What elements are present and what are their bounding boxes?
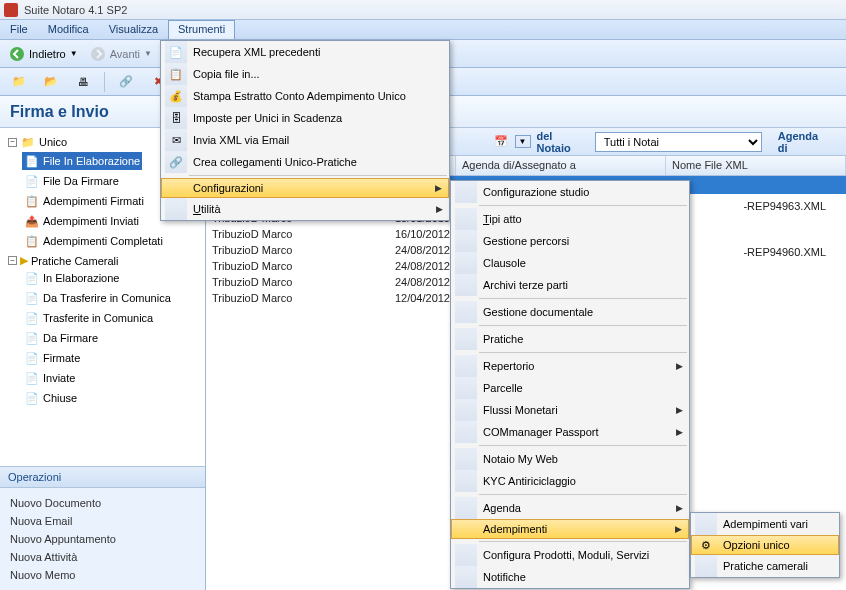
menu-separator — [479, 494, 687, 495]
menu-label: Tipi atto — [483, 213, 522, 225]
menu-item[interactable]: Notifiche — [451, 566, 689, 588]
col-header-xml[interactable]: Nome File XML — [666, 156, 846, 175]
menu-label: Stampa Estratto Conto Adempimento Unico — [193, 90, 406, 102]
tree-node[interactable]: 📄File In Elaborazione — [22, 152, 142, 170]
menu-item[interactable]: 💰Stampa Estratto Conto Adempimento Unico — [161, 85, 449, 107]
folder-icon: 📁 — [20, 134, 36, 150]
menu-item[interactable]: Archivi terze parti — [451, 274, 689, 296]
operation-link[interactable]: Nuova Email — [10, 512, 195, 530]
menu-item[interactable]: Configurazione studio — [451, 181, 689, 203]
back-button[interactable]: Indietro ▼ — [4, 43, 83, 65]
doc-icon: 📄 — [24, 390, 40, 406]
menu-item[interactable]: ✉Invia XML via Email — [161, 129, 449, 151]
tree-node[interactable]: 📄File Da Firmare — [22, 172, 121, 190]
menu-item[interactable]: Notaio My Web — [451, 448, 689, 470]
tree-label: Chiuse — [43, 392, 77, 404]
tree-label: Adempimenti Firmati — [43, 195, 144, 207]
menu-modifica[interactable]: Modifica — [38, 20, 99, 39]
collapse-icon[interactable]: − — [8, 138, 17, 147]
tree-label: Da Trasferire in Comunica — [43, 292, 171, 304]
menu-icon — [455, 181, 477, 203]
tree-node[interactable]: 📋Adempimenti Completati — [22, 232, 165, 250]
operation-link[interactable]: Nuovo Memo — [10, 566, 195, 584]
menu-icon — [455, 544, 477, 566]
operation-link[interactable]: Nuovo Appuntamento — [10, 530, 195, 548]
tree-node[interactable]: 📋Adempimenti Firmati — [22, 192, 146, 210]
menu-item-utilita[interactable]: Utilità ▶ — [161, 198, 449, 220]
menu-item[interactable]: Adempimenti▶ — [451, 519, 689, 539]
notaio-select[interactable]: Tutti i Notai — [595, 132, 762, 152]
folder-icon: 📁 — [11, 74, 27, 90]
menu-separator — [479, 325, 687, 326]
menu-icon — [455, 421, 477, 443]
menu-item[interactable]: KYC Antiriciclaggio — [451, 470, 689, 492]
menu-icon — [455, 208, 477, 230]
tree-node[interactable]: 📄In Elaborazione — [22, 269, 121, 287]
collapse-icon[interactable]: − — [8, 256, 17, 265]
menu-item[interactable]: Tipi atto — [451, 208, 689, 230]
tree-node[interactable]: 📄Trasferite in Comunica — [22, 309, 155, 327]
menubar: File Modifica Visualizza Strumenti — [0, 20, 846, 40]
menu-label: Recupera XML precedenti — [193, 46, 320, 58]
menu-strumenti[interactable]: Strumenti — [168, 20, 235, 39]
tb-open[interactable]: 📂 — [38, 71, 64, 93]
menu-visualizza[interactable]: Visualizza — [99, 20, 168, 39]
menu-configurazioni-popup: Configurazione studioTipi attoGestione p… — [450, 180, 690, 589]
menu-item[interactable]: Agenda▶ — [451, 497, 689, 519]
menu-item[interactable]: Repertorio▶ — [451, 355, 689, 377]
submenu-arrow-icon: ▶ — [676, 503, 683, 513]
menu-item[interactable]: Gestione percorsi — [451, 230, 689, 252]
menu-icon — [695, 513, 717, 535]
menu-item[interactable]: Flussi Monetari▶ — [451, 399, 689, 421]
col-header-agenda[interactable]: Agenda di/Assegnato a — [456, 156, 666, 175]
menu-icon — [455, 566, 477, 588]
menu-item[interactable]: COMmanager Passport▶ — [451, 421, 689, 443]
agenda-link[interactable]: Agenda di — [768, 130, 840, 154]
menu-label: Opzioni unico — [723, 539, 790, 551]
calendar-icon[interactable]: 📅 — [493, 134, 509, 150]
tree-node[interactable]: 📄Firmate — [22, 349, 82, 367]
tree-label: In Elaborazione — [43, 272, 119, 284]
tree-node[interactable]: 📄Da Firmare — [22, 329, 100, 347]
tree-node[interactable]: 📄Inviate — [22, 369, 77, 387]
operation-link[interactable]: Nuova Attività — [10, 548, 195, 566]
operations-header: Operazioni — [0, 466, 205, 488]
tree-node[interactable]: 📄Chiuse — [22, 389, 79, 407]
menu-strumenti-popup: 📄Recupera XML precedenti📋Copia file in..… — [160, 40, 450, 221]
forward-button[interactable]: Avanti ▼ — [85, 43, 157, 65]
menu-icon — [455, 301, 477, 323]
menu-item[interactable]: 🗄Imposte per Unici in Scadenza — [161, 107, 449, 129]
tree-label: Da Firmare — [43, 332, 98, 344]
menu-label: Parcelle — [483, 382, 523, 394]
menu-item[interactable]: Pratiche — [451, 328, 689, 350]
tree-node[interactable]: 📤Adempimenti Inviati — [22, 212, 141, 230]
menu-separator — [189, 175, 447, 176]
tree-label: Trasferite in Comunica — [43, 312, 153, 324]
menu-item[interactable]: Parcelle — [451, 377, 689, 399]
menu-item[interactable]: 📋Copia file in... — [161, 63, 449, 85]
menu-item[interactable]: Gestione documentale — [451, 301, 689, 323]
dropdown-icon[interactable]: ▼ — [515, 135, 531, 148]
menu-item-configurazioni[interactable]: Configurazioni ▶ — [161, 178, 449, 198]
tree-pratiche[interactable]: − ▶ Pratiche Camerali — [6, 253, 203, 268]
menu-item[interactable]: 📄Recupera XML precedenti — [161, 41, 449, 63]
tree-node[interactable]: 📄Da Trasferire in Comunica — [22, 289, 173, 307]
tb-folder[interactable]: 📁 — [6, 71, 32, 93]
menu-item[interactable]: Clausole — [451, 252, 689, 274]
menu-item[interactable]: ⚙Opzioni unico — [691, 535, 839, 555]
menu-item[interactable]: Pratiche camerali — [691, 555, 839, 577]
menu-icon: 📋 — [165, 63, 187, 85]
operation-link[interactable]: Nuovo Documento — [10, 494, 195, 512]
menu-item[interactable]: 🔗Crea collegamenti Unico-Pratiche — [161, 151, 449, 173]
menu-file[interactable]: File — [0, 20, 38, 39]
doc-icon: 📋 — [24, 233, 40, 249]
doc-icon: 📋 — [24, 193, 40, 209]
menu-icon: 🔗 — [165, 151, 187, 173]
tb-link[interactable]: 🔗 — [113, 71, 139, 93]
menu-label: Gestione documentale — [483, 306, 593, 318]
menu-icon — [455, 377, 477, 399]
tb-print[interactable]: 🖶 — [70, 71, 96, 93]
menu-item[interactable]: Configura Prodotti, Moduli, Servizi — [451, 544, 689, 566]
menu-item[interactable]: Adempimenti vari — [691, 513, 839, 535]
menu-icon: ✉ — [165, 129, 187, 151]
